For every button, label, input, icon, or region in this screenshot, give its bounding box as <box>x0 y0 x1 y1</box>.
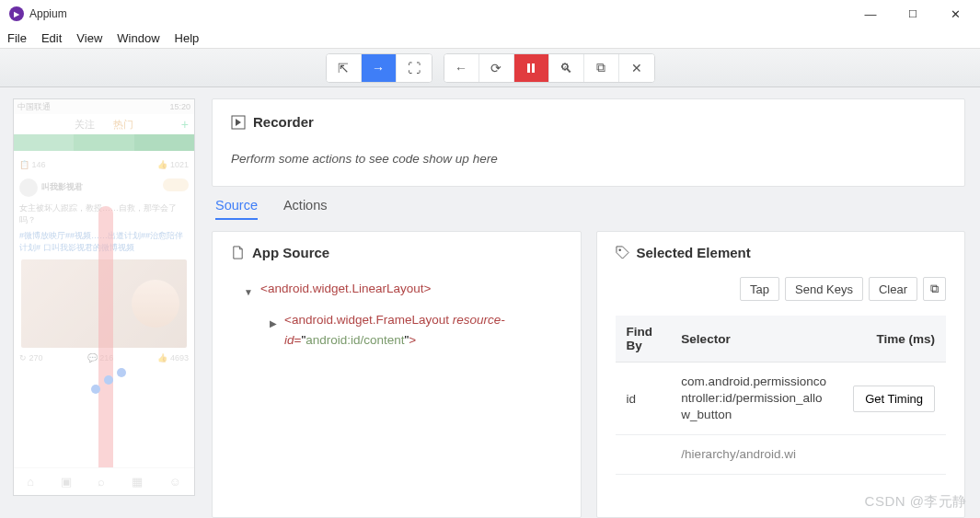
window-minimize-button[interactable] <box>849 0 892 28</box>
selected-element-panel: Selected Element Tap Send Keys Clear ⧉ F… <box>596 231 966 518</box>
back-button[interactable]: ← <box>444 54 479 82</box>
document-icon <box>231 246 245 259</box>
close-session-button[interactable]: ✕ <box>619 54 654 82</box>
device-tab-hot: 热门 <box>113 118 133 132</box>
cell-findby: id <box>616 363 671 435</box>
recorder-hint: Perform some actions to see code show up… <box>231 152 946 166</box>
app-icon <box>9 6 24 21</box>
tab-source[interactable]: Source <box>215 198 258 220</box>
clear-button[interactable]: Clear <box>869 277 917 301</box>
inspector-content: Recorder Perform some actions to see cod… <box>201 87 980 518</box>
window-titlebar: Appium <box>0 0 980 28</box>
cell-selector-preview: /hierarchy/android.wi <box>681 446 831 463</box>
menubar: File Edit View Window Help <box>0 28 980 48</box>
svg-rect-1 <box>532 63 535 73</box>
toolbar-mode-group: ⇱ → ⛶ <box>326 53 432 83</box>
copy-xml-button[interactable]: ⧉ <box>584 54 619 82</box>
window-title: Appium <box>29 7 67 20</box>
inspector-tabs: Source Actions <box>212 198 965 220</box>
table-row: /hierarchy/android.wi <box>616 435 947 475</box>
tree-node-child[interactable]: ▶ <android.widget.FrameLayout resource-i… <box>270 310 562 351</box>
svg-rect-0 <box>527 63 530 73</box>
menu-view[interactable]: View <box>76 31 102 45</box>
get-timing-button[interactable]: Get Timing <box>853 386 935 412</box>
tab-actions[interactable]: Actions <box>283 198 328 220</box>
device-column: 中国联通 15:20 关注热门+ 📋 146👍 1021 叫我影视君 女主被坏人… <box>0 87 201 518</box>
app-source-title: App Source <box>252 245 329 260</box>
caret-down-icon[interactable]: ▼ <box>244 282 253 303</box>
recorder-title: Recorder <box>253 114 314 130</box>
col-findby: Find By <box>616 316 671 363</box>
search-button[interactable]: 🔍︎ <box>549 54 584 82</box>
device-screenshot[interactable]: 中国联通 15:20 关注热门+ 📋 146👍 1021 叫我影视君 女主被坏人… <box>13 98 195 496</box>
device-status-right: 15:20 <box>169 102 190 111</box>
caret-right-icon[interactable]: ▶ <box>270 314 277 334</box>
device-bottom-nav: ⌂▣⌕▦☺ <box>14 467 194 495</box>
toolbar: ⇱ → ⛶ ← ⟳ 🔍︎ ⧉ ✕ <box>0 48 980 87</box>
source-tree[interactable]: ▼ <android.widget.LinearLayout> ▶ <andro… <box>231 279 562 351</box>
device-post-user: 叫我影视君 <box>41 182 83 191</box>
table-row: id com.android.permissioncontroller:id/p… <box>616 363 947 435</box>
menu-help[interactable]: Help <box>175 31 200 45</box>
menu-file[interactable]: File <box>7 31 27 45</box>
selected-element-title: Selected Element <box>637 245 751 260</box>
device-status-left: 中国联通 <box>17 101 51 113</box>
selected-attributes-table: Find By Selector Time (ms) id com.androi… <box>616 316 947 475</box>
menu-edit[interactable]: Edit <box>41 31 62 45</box>
col-selector: Selector <box>670 316 842 363</box>
cell-selector: com.android.permissioncontroller:id/perm… <box>681 374 831 423</box>
device-tab-follow: 关注 <box>75 118 95 132</box>
toolbar-session-group: ← ⟳ 🔍︎ ⧉ ✕ <box>444 53 655 83</box>
menu-window[interactable]: Window <box>117 31 159 45</box>
recorder-panel: Recorder Perform some actions to see cod… <box>212 98 965 187</box>
select-element-button[interactable]: ⇱ <box>327 54 362 82</box>
main-area: 中国联通 15:20 关注热门+ 📋 146👍 1021 叫我影视君 女主被坏人… <box>0 87 980 518</box>
window-maximize-button[interactable] <box>892 0 934 28</box>
record-button[interactable] <box>514 54 549 82</box>
device-plus-icon: + <box>181 117 189 132</box>
tap-button[interactable]: Tap <box>740 277 779 301</box>
window-close-button[interactable] <box>934 0 976 28</box>
tree-node-root[interactable]: ▼ <android.widget.LinearLayout> <box>244 279 562 303</box>
refresh-button[interactable]: ⟳ <box>479 54 514 82</box>
svg-point-3 <box>618 248 620 250</box>
tap-coordinates-button[interactable]: ⛶ <box>397 54 432 82</box>
send-keys-button[interactable]: Send Keys <box>785 277 863 301</box>
swipe-indicator <box>98 206 113 482</box>
copy-attributes-button[interactable]: ⧉ <box>923 277 946 301</box>
tag-icon <box>616 246 629 259</box>
recorder-icon <box>231 115 246 130</box>
app-source-panel: App Source ▼ <android.widget.LinearLayou… <box>212 231 582 518</box>
col-time: Time (ms) <box>842 316 946 363</box>
swipe-mode-button[interactable]: → <box>362 54 397 82</box>
